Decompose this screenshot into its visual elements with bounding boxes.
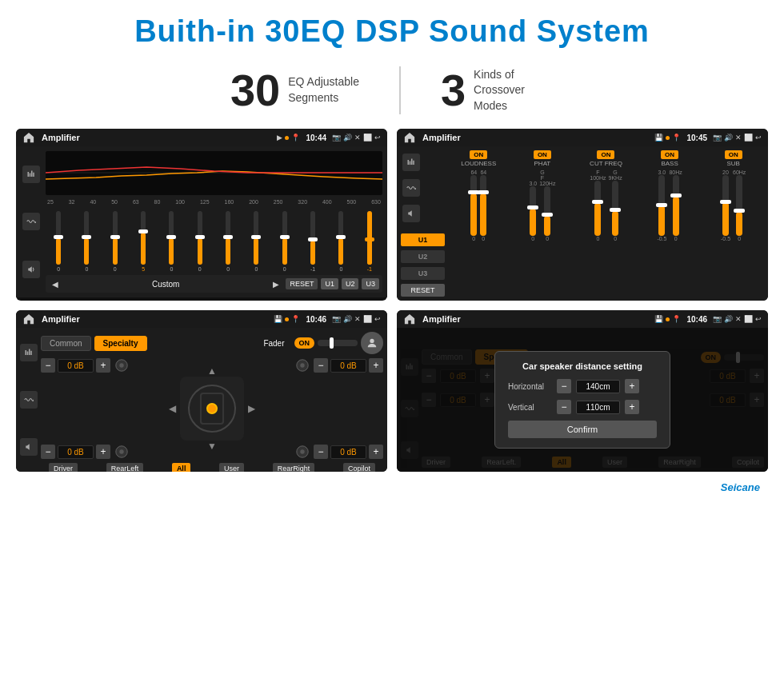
speaker-icon-2[interactable] xyxy=(402,205,420,222)
status-dot-2 xyxy=(666,136,670,140)
driver-btn[interactable]: Driver xyxy=(49,463,78,472)
wave-icon-2[interactable] xyxy=(402,179,420,197)
volume-icon-3: 🔊 xyxy=(343,315,352,323)
tab-specialty[interactable]: Specialty xyxy=(94,336,147,351)
user-btn[interactable]: User xyxy=(219,463,244,472)
eq-slider-6[interactable]: 0 xyxy=(187,211,213,272)
eq-slider-11[interactable]: 0 xyxy=(328,211,354,272)
confirm-btn[interactable]: Confirm xyxy=(508,421,657,438)
horizontal-minus-btn[interactable]: − xyxy=(557,379,571,393)
stat-eq-number: 30 xyxy=(230,68,280,113)
equalizer-icon-3[interactable] xyxy=(20,344,38,361)
vertical-plus-btn[interactable]: + xyxy=(625,400,639,414)
nav-down-icon[interactable]: ▼ xyxy=(207,441,217,452)
eq-slider-4[interactable]: 5 xyxy=(130,211,156,272)
nav-left-icon[interactable]: ◀ xyxy=(169,403,176,414)
reset-btn[interactable]: RESET xyxy=(286,278,318,289)
plus-btn-bl[interactable]: + xyxy=(96,445,110,459)
next-btn[interactable]: ▶ xyxy=(270,277,282,290)
tab-common[interactable]: Common xyxy=(41,336,91,351)
screen1-statusbar: Amplifier ▶ 📍 10:44 📷 🔊 ✕ ⬜ ↩ xyxy=(16,129,387,146)
crossover-content: ON LOUDNESS ON PHAT ON CUT FREQ ON BASS xyxy=(448,150,764,297)
speaker-control-tl: − 0 dB + xyxy=(41,358,129,373)
eq-slider-10[interactable]: -1 xyxy=(300,211,326,272)
eq-slider-12[interactable]: -1 xyxy=(357,211,382,272)
eq-slider-5[interactable]: 0 xyxy=(158,211,184,272)
eq-slider-2[interactable]: 0 xyxy=(74,211,99,272)
horizontal-value: 140cm xyxy=(576,380,620,393)
copilot-btn[interactable]: Copilot xyxy=(343,463,375,472)
svg-rect-6 xyxy=(408,160,410,165)
stat-block-crossover: 3 Kinds of Crossover Modes xyxy=(401,67,594,114)
cx-col-phat: ON PHAT xyxy=(512,150,574,167)
back-icon-4: ↩ xyxy=(755,315,762,323)
u1-preset-btn[interactable]: U1 xyxy=(401,233,445,246)
screen1-body: 25 32 40 50 63 80 100 125 160 200 250 32… xyxy=(16,146,387,297)
eq-sliders-row: 0 0 0 5 0 0 0 0 0 -1 0 -1 xyxy=(46,208,382,272)
dialog-overlay: Car speaker distance setting Horizontal … xyxy=(397,328,768,472)
minus-btn-tl[interactable]: − xyxy=(41,358,55,373)
user-profile-icon[interactable] xyxy=(361,332,383,354)
save-icon-3: 💾 xyxy=(274,315,282,323)
home-icon[interactable] xyxy=(22,131,35,144)
minus-btn-br[interactable]: − xyxy=(314,445,328,459)
all-btn[interactable]: All xyxy=(172,463,191,472)
balance-joystick[interactable]: ▲ ▼ ◀ ▶ xyxy=(180,377,244,441)
minus-btn-tr[interactable]: − xyxy=(314,358,328,373)
wave-icon[interactable] xyxy=(22,213,40,230)
back-icon: ↩ xyxy=(374,134,381,142)
save-icon: 💾 xyxy=(654,134,663,142)
cx-slider-col-loudness: 64 0 64 0 xyxy=(448,170,510,297)
window-icon-4: ⬜ xyxy=(744,315,753,323)
u3-btn[interactable]: U3 xyxy=(362,278,379,289)
rearright-btn[interactable]: RearRight xyxy=(273,463,315,472)
db-display-tl: 0 dB xyxy=(58,359,94,373)
prev-btn[interactable]: ◀ xyxy=(49,277,62,290)
watermark: Seicane xyxy=(0,480,784,500)
rearleft-btn[interactable]: RearLeft xyxy=(106,463,144,472)
fader-slider[interactable] xyxy=(318,340,358,346)
eq-main-area: 25 32 40 50 63 80 100 125 160 200 250 32… xyxy=(46,151,382,293)
nav-up-icon[interactable]: ▲ xyxy=(207,365,217,377)
plus-btn-tl[interactable]: + xyxy=(96,358,110,373)
screen2-body: U1 U2 U3 RESET ON LOUDNESS ON PHAT xyxy=(397,146,768,301)
screen4-statusbar: Amplifier 💾 📍 10:46 📷 🔊 ✕ ⬜ ↩ xyxy=(397,310,768,328)
screen1-status-icons: ▶ 📍 10:44 📷 🔊 ✕ ⬜ ↩ xyxy=(277,134,381,142)
eq-slider-9[interactable]: 0 xyxy=(272,211,298,272)
eq-slider-1[interactable]: 0 xyxy=(46,211,71,272)
home-icon-4[interactable] xyxy=(403,313,416,325)
plus-btn-br[interactable]: + xyxy=(369,445,383,459)
eq-slider-7[interactable]: 0 xyxy=(215,211,241,272)
home-icon-3[interactable] xyxy=(22,313,35,325)
equalizer-icon-2[interactable] xyxy=(402,154,420,171)
speaker-icon-3[interactable] xyxy=(20,438,38,456)
screen3-app-title: Amplifier xyxy=(42,314,270,324)
wave-icon-3[interactable] xyxy=(20,391,38,409)
nav-right-icon[interactable]: ▶ xyxy=(248,403,255,414)
equalizer-icon[interactable] xyxy=(22,166,40,183)
fader-toggle[interactable]: ON xyxy=(294,337,315,349)
cx-col-bass: ON BASS xyxy=(639,150,701,167)
status-dot-4 xyxy=(666,317,670,321)
pin-icon-3: 📍 xyxy=(291,315,300,323)
screen-crossover: Amplifier 💾 📍 10:45 📷 🔊 ✕ ⬜ ↩ xyxy=(397,129,768,301)
cx-slider-col-phat: G F 3.0 0 120Hz xyxy=(512,170,574,297)
svg-rect-1 xyxy=(30,173,31,177)
distance-dialog: Car speaker distance setting Horizontal … xyxy=(494,351,670,449)
plus-btn-tr[interactable]: + xyxy=(369,358,383,373)
minus-btn-bl[interactable]: − xyxy=(41,445,55,459)
eq-slider-8[interactable]: 0 xyxy=(243,211,269,272)
horizontal-plus-btn[interactable]: + xyxy=(625,379,639,393)
u1-btn[interactable]: U1 xyxy=(321,278,338,289)
reset-preset-btn[interactable]: RESET xyxy=(401,284,445,297)
eq-slider-3[interactable]: 0 xyxy=(102,211,128,272)
eq-graph xyxy=(46,151,382,195)
vertical-minus-btn[interactable]: − xyxy=(557,400,571,414)
screen2-side-controls xyxy=(401,150,445,225)
u2-btn[interactable]: U2 xyxy=(342,278,359,289)
u3-preset-btn[interactable]: U3 xyxy=(401,267,445,280)
u2-preset-btn[interactable]: U2 xyxy=(401,250,445,263)
speaker-icon[interactable] xyxy=(22,261,40,278)
home-icon-2[interactable] xyxy=(403,131,416,144)
close-icon-4: ✕ xyxy=(735,315,742,323)
